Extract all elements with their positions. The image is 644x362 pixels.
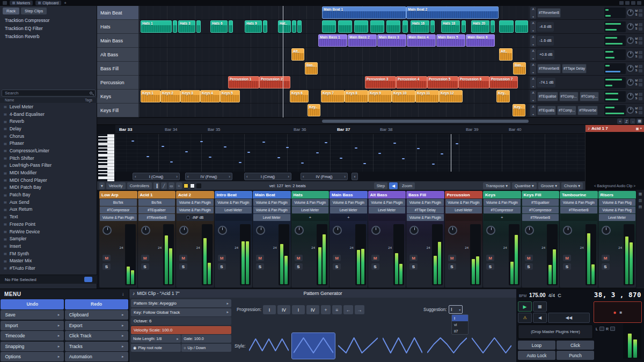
solo-button[interactable]: S <box>333 263 341 270</box>
mute-button[interactable]: M <box>103 255 111 261</box>
midi-note[interactable] <box>239 162 241 163</box>
suggestion-item[interactable]: vi <box>452 321 468 328</box>
solo-button[interactable]: S <box>635 41 638 44</box>
solo-button[interactable]: S <box>635 55 638 58</box>
clip-panel-header[interactable]: ♪ Acid 1 7 ▣ ● <box>586 125 644 132</box>
style-pattern[interactable] <box>247 333 290 359</box>
quantise-menu[interactable]: Quantise▾ <box>512 182 537 189</box>
bar-label[interactable]: Bar 39 <box>466 125 479 134</box>
bpm-value[interactable]: 175.00 <box>529 292 546 298</box>
automation-button[interactable]: A+ <box>530 7 536 19</box>
mixer-plugin-chip[interactable]: Volume & Pan Plugin <box>215 199 252 206</box>
chevron-right-icon[interactable]: › <box>344 174 346 179</box>
clip[interactable]: Hats 3 <box>178 20 195 33</box>
automation-button[interactable]: A+ <box>530 21 536 33</box>
track-option-icon[interactable] <box>639 107 642 110</box>
track-plugin-chip[interactable]: #TEqualis <box>537 106 556 115</box>
midi-note[interactable] <box>355 147 357 149</box>
right-channel-toggle[interactable] <box>610 327 615 331</box>
mixer-strip-name[interactable]: Keys <box>483 191 521 198</box>
midi-note[interactable] <box>262 142 265 143</box>
rewind-button[interactable]: ◀◀ <box>548 313 590 323</box>
mixer-strip-name[interactable]: Risers <box>598 191 636 198</box>
solo-button[interactable]: S <box>409 263 418 270</box>
plugin-list-item[interactable]: ▤Low/High-Pass Filter <box>0 162 97 169</box>
mixer-plugin-chip[interactable]: #TReverber8 <box>560 206 597 213</box>
groove-menu[interactable]: Groove▾ <box>538 182 560 189</box>
menu-item-click-track[interactable]: Click Track▸ <box>65 331 128 341</box>
plugin-list-item[interactable]: ▤Freeze Point <box>0 220 97 228</box>
mixer-plugin-chip[interactable]: #TReverber8 <box>522 214 559 221</box>
clip[interactable]: Hats 16 <box>411 20 429 33</box>
menu-item-undo[interactable]: Undo <box>1 299 64 309</box>
clip[interactable]: Main Bass 5 <box>436 34 465 47</box>
chevron-right-icon[interactable]: › <box>288 174 289 179</box>
midi-note[interactable] <box>170 161 173 162</box>
mixer-plugin-chip[interactable]: Level Meter <box>369 206 406 213</box>
key-field[interactable]: Key: Follow Global Track ▸ <box>131 308 231 316</box>
clip[interactable]: Hats 9 <box>245 20 262 33</box>
track-option-icon[interactable] <box>639 93 642 96</box>
clip[interactable]: Keys 1 <box>141 90 160 102</box>
shift-right-button[interactable]: → <box>355 305 364 314</box>
clip[interactable]: Keys 2 <box>160 90 180 102</box>
mute-button[interactable]: M <box>448 255 456 261</box>
gate-field[interactable]: Gate: 100.0 <box>181 335 231 343</box>
note-grid[interactable] <box>115 134 585 172</box>
midi-note[interactable] <box>277 157 280 158</box>
plugin-list-item[interactable]: ▤Level Meter <box>0 103 97 110</box>
clip[interactable]: Hats 20 <box>471 20 489 33</box>
tab-rack[interactable]: Rack <box>3 8 19 14</box>
solo-button[interactable]: S <box>635 13 638 16</box>
layout-icon[interactable] <box>619 1 624 5</box>
mute-button[interactable]: M <box>333 255 341 261</box>
track-option-icon[interactable] <box>639 111 642 114</box>
chevron-left-icon[interactable]: ‹ <box>303 174 304 179</box>
plugin-list-item[interactable]: ▤Insert <box>0 242 97 250</box>
background-audio-clip-label[interactable]: < Background Audio Clip > <box>586 184 644 188</box>
plugin-list-item[interactable]: ▤Master Mix <box>0 257 97 264</box>
clip[interactable] <box>229 20 233 33</box>
clip[interactable] <box>354 20 368 33</box>
chord-list-button[interactable]: ≡ <box>332 305 342 314</box>
mute-button[interactable]: M <box>635 23 638 26</box>
suggestion-combo[interactable]: I▾ <box>449 305 463 314</box>
track-plugin-chip[interactable]: #TReverber8 <box>537 8 561 18</box>
mixer-plugin-chip[interactable]: + <box>484 214 521 221</box>
clip[interactable]: Percussion 1 <box>228 76 259 88</box>
track-option-icon[interactable] <box>639 69 642 72</box>
pan-knob[interactable] <box>627 23 634 30</box>
track-option-icon[interactable] <box>639 55 642 58</box>
mixer-plugin-chip[interactable]: #TCompressor <box>100 206 137 213</box>
mixer-plugin-chip[interactable]: Level Meter <box>253 214 290 221</box>
mixer-plugin-chip[interactable]: Volume & Pan Plugin <box>292 199 329 206</box>
mixer-plugin-chip[interactable]: Volume & Pan Plugin <box>100 214 137 221</box>
mixer-pan-knob[interactable] <box>218 226 227 235</box>
bar-label[interactable]: Bar 38 <box>380 125 393 134</box>
plugin-list-item[interactable]: ▤MIDI Modifier <box>0 169 97 176</box>
clip[interactable]: Hats 18 <box>441 20 460 33</box>
track-plugin-chip[interactable]: #TTape Delay <box>562 64 587 73</box>
track-option-icon[interactable] <box>639 27 642 31</box>
clip[interactable]: Keys 6 <box>290 90 309 102</box>
file-color-swatch[interactable] <box>84 277 92 282</box>
mixer-pan-knob[interactable] <box>333 226 342 235</box>
clip[interactable]: Main Bass 3 <box>377 34 406 47</box>
mute-button[interactable]: M <box>635 51 638 54</box>
mixer-plugin-chip[interactable]: #TReverber8 <box>138 214 175 221</box>
clip[interactable]: Keys 11 <box>415 90 439 102</box>
column-tags[interactable]: Tags <box>85 98 92 103</box>
chevron-left-icon[interactable]: ‹ <box>135 174 136 179</box>
midi-note[interactable] <box>378 153 381 154</box>
track-lane[interactable]: Alt..Alt.. <box>139 48 529 62</box>
grid-icon[interactable]: ▦ <box>636 119 642 124</box>
menu-item-tracks[interactable]: Tracks▸ <box>65 342 128 351</box>
clip[interactable]: Main Beat 1 <box>322 6 406 19</box>
automation-button[interactable]: A+ <box>530 105 536 116</box>
clip[interactable] <box>402 20 408 33</box>
track-lane[interactable]: Main Bass 1Main Bass 2Main Bass 3Main Ba… <box>139 34 529 48</box>
mute-button[interactable]: M <box>635 65 638 68</box>
rack-item-tracktion-eq-filter[interactable]: Tracktion EQ Filter <box>0 24 97 32</box>
solo-button[interactable]: S <box>141 263 149 270</box>
mixer-strip-name[interactable]: Bass Fill <box>406 191 444 198</box>
